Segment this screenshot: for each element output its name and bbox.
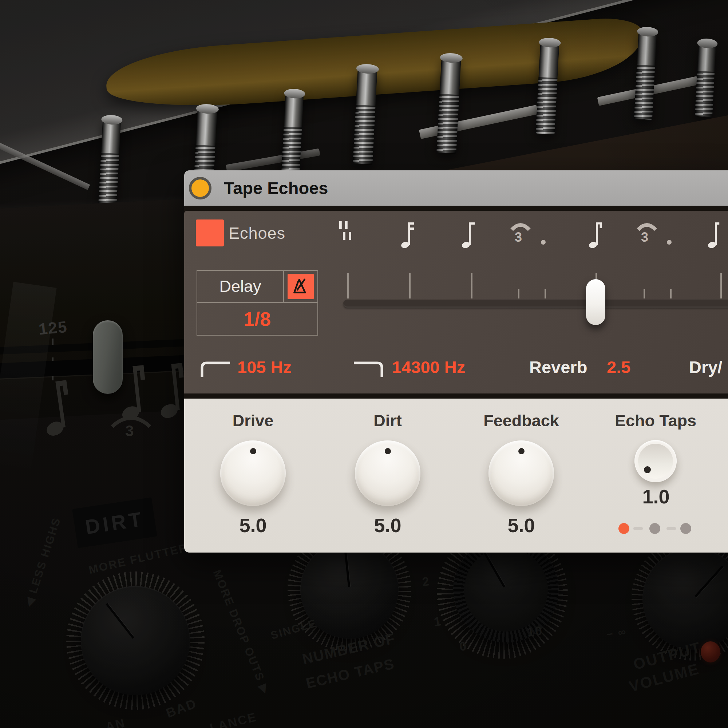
feedback-knob[interactable] [488, 440, 554, 506]
echoes-panel: Echoes 3 3 [184, 211, 728, 393]
knobs-panel: Drive 5.0 Dirt 5.0 Feedback 5.0 Echo Tap… [184, 399, 728, 552]
ruler-tick [409, 273, 411, 298]
echoes-toggle-button[interactable] [196, 219, 224, 246]
delay-time-slider-track[interactable] [343, 300, 728, 307]
dry-wet-label: Dry/ [689, 357, 722, 378]
knob-indicator-dot [518, 448, 525, 454]
reverb-label: Reverb [529, 357, 587, 378]
dot-icon[interactable] [541, 240, 546, 245]
ruler-tick [347, 273, 349, 298]
echo-taps-knob[interactable] [635, 440, 677, 482]
drive-value[interactable]: 5.0 [198, 514, 307, 537]
delay-mode-box: Delay 1/8 [197, 270, 318, 336]
knob-indicator-dot [385, 448, 391, 454]
device-title: Tape Echoes [224, 178, 328, 198]
delay-time-value[interactable]: 1/8 [197, 303, 317, 335]
sixteenth-note-icon[interactable] [401, 219, 415, 249]
drive-label: Drive [198, 411, 307, 430]
triplet-3-icon[interactable]: 3 [641, 230, 648, 245]
delay-mode-row: Delay [197, 271, 317, 303]
dot-icon[interactable] [667, 240, 671, 245]
ruler-tick [720, 273, 722, 298]
eighth-note-hook-icon[interactable] [589, 219, 603, 249]
offset-bars-icon[interactable] [336, 221, 355, 241]
echo-taps-label: Echo Taps [601, 411, 710, 430]
tape-echoes-device-window: Tape Echoes Echoes 3 [184, 170, 728, 552]
device-activator-icon[interactable] [189, 177, 211, 199]
sync-toggle-button[interactable] [288, 274, 314, 299]
delay-time-slider-handle[interactable] [586, 279, 605, 325]
ruler-tick [471, 273, 473, 298]
knob-face [638, 444, 673, 479]
ruler-tick-minor [544, 289, 546, 298]
dirt-label: Dirt [333, 411, 442, 430]
sync-cell [284, 271, 317, 302]
step-separator [667, 527, 676, 530]
knob-indicator-dot [250, 448, 256, 454]
ruler-tick-minor [670, 289, 671, 298]
echo-taps-step-2[interactable] [649, 523, 660, 534]
highpass-filter-icon [199, 359, 231, 379]
eighth-note-icon[interactable] [462, 219, 476, 249]
echo-taps-value[interactable]: 1.0 [601, 485, 711, 508]
lowpass-filter-icon [352, 359, 384, 379]
lowpass-freq-value[interactable]: 14300 Hz [392, 357, 465, 378]
knob-indicator-dot [644, 466, 651, 473]
dirt-knob[interactable] [355, 440, 421, 506]
quarter-note-icon[interactable] [708, 219, 722, 249]
dirt-value[interactable]: 5.0 [333, 514, 442, 537]
feedback-value[interactable]: 5.0 [466, 514, 576, 537]
highpass-freq-value[interactable]: 105 Hz [237, 357, 292, 378]
delay-mode-button[interactable]: Delay [197, 271, 284, 302]
ruler-tick-minor [518, 289, 519, 298]
ruler-tick-minor [644, 289, 645, 298]
step-separator [633, 527, 643, 530]
reverb-value[interactable]: 2.5 [607, 357, 630, 378]
metronome-icon [291, 277, 310, 296]
feedback-label: Feedback [466, 411, 576, 430]
device-titlebar: Tape Echoes [184, 170, 728, 206]
triplet-3-icon[interactable]: 3 [515, 230, 522, 245]
echoes-label: Echoes [229, 224, 285, 243]
echo-taps-step-3[interactable] [680, 523, 691, 534]
echo-taps-step-1-active[interactable] [618, 523, 629, 534]
drive-knob[interactable] [220, 440, 286, 506]
